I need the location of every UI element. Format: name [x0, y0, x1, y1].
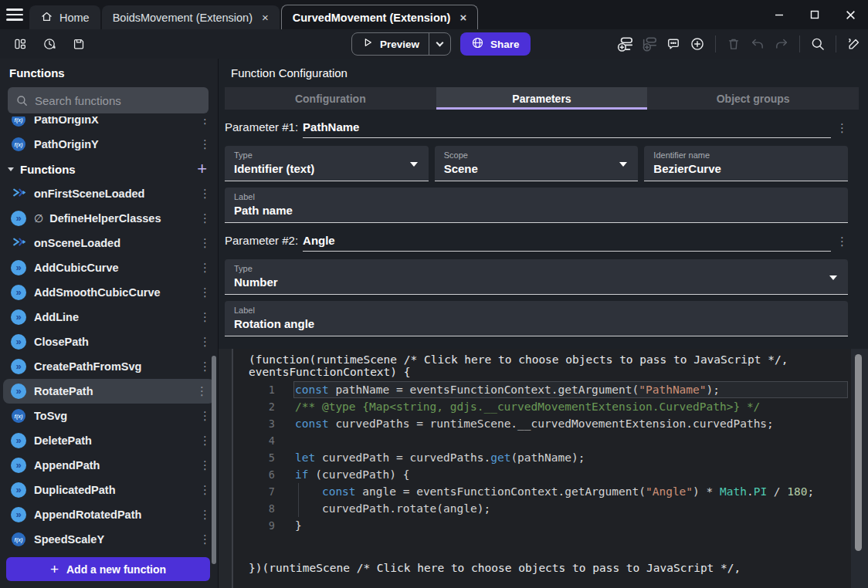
- code-line-8[interactable]: 8 curvedPath.rotate(angle);: [233, 500, 851, 517]
- function-item-createpathfromsvg[interactable]: »CreatePathFromSvg⋮: [0, 354, 218, 379]
- tab-curvedmovement[interactable]: CurvedMovement (Extension) ×: [281, 5, 478, 29]
- code-text: curvedPath.rotate(angle);: [275, 502, 490, 515]
- functions-section-header[interactable]: Functions+: [0, 157, 218, 181]
- preview-button[interactable]: Preview: [351, 32, 451, 56]
- code-footer-line1[interactable]: })(runtimeScene /* Click here to choose …: [249, 562, 851, 574]
- kebab-menu-icon[interactable]: ⋮: [199, 409, 210, 423]
- add-event-icon[interactable]: [616, 35, 635, 53]
- kebab-menu-icon[interactable]: ⋮: [196, 384, 207, 398]
- code-line-7[interactable]: 7 const angle = eventsFunctionContext.ge…: [233, 483, 851, 500]
- chevron-down-icon: [8, 167, 14, 171]
- close-icon[interactable]: ×: [262, 12, 269, 23]
- function-item-rotatepath[interactable]: »RotatePath⋮: [3, 379, 215, 404]
- code-header[interactable]: (function(runtimeScene /* Click here to …: [233, 349, 851, 381]
- code-line-4[interactable]: 4: [233, 432, 851, 449]
- close-window-icon[interactable]: [832, 0, 868, 29]
- tab-boidsmovement[interactable]: BoidsMovement (Extension) ×: [102, 5, 280, 29]
- code-line-2[interactable]: 2/** @type {Map<string, gdjs.__curvedMov…: [233, 398, 851, 415]
- kebab-menu-icon[interactable]: ⋮: [199, 310, 210, 324]
- kebab-menu-icon[interactable]: ⋮: [199, 286, 210, 299]
- maximize-icon[interactable]: [797, 0, 832, 29]
- section-label: Functions: [20, 163, 191, 176]
- kebab-menu-icon[interactable]: ⋮: [199, 236, 210, 250]
- search-input[interactable]: Search functions: [8, 87, 209, 113]
- comment-icon[interactable]: [664, 35, 683, 53]
- select-type[interactable]: TypeIdentifier (text): [225, 146, 429, 181]
- line-number: 2: [233, 400, 275, 413]
- code-line-1[interactable]: 1const pathName = eventsFunctionContext.…: [233, 381, 851, 398]
- share-button[interactable]: Share: [460, 32, 531, 56]
- function-name: RotatePath: [34, 385, 188, 397]
- function-item-appendrotatedpath[interactable]: »AppendRotatedPath⋮: [0, 502, 218, 527]
- add-function-button[interactable]: + Add a new function: [6, 557, 210, 581]
- input-label[interactable]: LabelRotation angle: [225, 301, 848, 336]
- kebab-menu-icon[interactable]: ⋮: [199, 360, 210, 373]
- field-label: Type: [234, 264, 839, 273]
- project-manager-icon[interactable]: [11, 35, 29, 53]
- kebab-menu-icon[interactable]: ⋮: [199, 137, 210, 151]
- function-item-addcubiccurve[interactable]: »AddCubicCurve⋮: [0, 255, 218, 280]
- history-icon[interactable]: [40, 35, 59, 53]
- kebab-menu-icon[interactable]: ⋮: [836, 235, 848, 248]
- select-scope[interactable]: ScopeScene: [435, 146, 639, 181]
- function-item-closepath[interactable]: »ClosePath⋮: [0, 329, 218, 354]
- minimize-icon[interactable]: [761, 0, 797, 29]
- kebab-menu-icon[interactable]: ⋮: [199, 117, 210, 127]
- lifecycle-icon: [12, 235, 26, 252]
- kebab-menu-icon[interactable]: ⋮: [199, 211, 210, 225]
- kebab-menu-icon[interactable]: ⋮: [199, 261, 210, 275]
- tab-label: Home: [59, 12, 90, 24]
- select-type[interactable]: TypeNumber: [225, 259, 848, 295]
- parameter-header: Parameter #2:Angle⋮: [225, 234, 848, 252]
- function-item-speedscaley[interactable]: f(x)SpeedScaleY⋮: [0, 527, 218, 551]
- function-item-pathoriginy[interactable]: f(x)PathOriginY⋮: [0, 132, 218, 157]
- tab-home[interactable]: Home: [29, 5, 100, 29]
- field-value: BezierCurve: [653, 162, 839, 175]
- code-line-6[interactable]: 6if (curvedPath) {: [233, 466, 851, 483]
- edit-icon[interactable]: [845, 35, 863, 53]
- line-number: 6: [233, 468, 275, 481]
- kebab-menu-icon[interactable]: ⋮: [199, 434, 210, 448]
- code-line-9[interactable]: 9}: [233, 517, 851, 534]
- function-item-tosvg[interactable]: f(x)ToSvg⋮: [0, 404, 218, 428]
- code-line-3[interactable]: 3const curvedPaths = runtimeScene.__curv…: [233, 415, 851, 432]
- tab-parameters[interactable]: Parameters: [436, 87, 648, 110]
- search-icon[interactable]: [809, 35, 827, 53]
- close-icon[interactable]: ×: [459, 12, 466, 23]
- kebab-menu-icon[interactable]: ⋮: [836, 121, 848, 135]
- function-item-onsceneloaded[interactable]: onSceneLoaded⋮: [0, 231, 218, 255]
- tab-configuration[interactable]: Configuration: [225, 87, 436, 110]
- parameter-name-input[interactable]: PathName: [303, 120, 831, 138]
- function-item-addline[interactable]: »AddLine⋮: [0, 305, 218, 329]
- function-item-addsmoothcubiccurve[interactable]: »AddSmoothCubicCurve⋮: [0, 280, 218, 305]
- kebab-menu-icon[interactable]: ⋮: [199, 532, 210, 546]
- editor-scrollbar[interactable]: [855, 354, 862, 551]
- function-item-onfirstsceneloaded[interactable]: onFirstSceneLoaded⋮: [0, 181, 218, 206]
- sidebar-scrollbar[interactable]: [212, 356, 216, 564]
- preview-dropdown-button[interactable]: [429, 43, 450, 46]
- function-name: CreatePathFromSvg: [34, 360, 192, 373]
- kebab-menu-icon[interactable]: ⋮: [199, 483, 210, 497]
- javascript-code-editor[interactable]: (function(runtimeScene /* Click here to …: [233, 349, 851, 588]
- function-item-definehelperclasses[interactable]: »∅DefineHelperClasses⋮: [0, 206, 218, 231]
- input-identifier-name[interactable]: Identifier nameBezierCurve: [644, 146, 848, 181]
- code-line-5[interactable]: 5let curvedPath = curvedPaths.get(pathNa…: [233, 449, 851, 466]
- function-item-pathoriginx[interactable]: f(x)PathOriginX⋮: [0, 117, 218, 132]
- kebab-menu-icon[interactable]: ⋮: [199, 335, 210, 349]
- kebab-menu-icon[interactable]: ⋮: [199, 458, 210, 472]
- add-circle-icon[interactable]: [688, 35, 707, 53]
- kebab-menu-icon[interactable]: ⋮: [199, 508, 210, 522]
- tab-object-groups[interactable]: Object groups: [647, 87, 859, 110]
- kebab-menu-icon[interactable]: ⋮: [199, 187, 210, 201]
- toolbar-center: Preview Share: [351, 32, 531, 56]
- hamburger-menu-icon[interactable]: [0, 0, 29, 29]
- function-item-duplicatedpath[interactable]: »DuplicatedPath⋮: [0, 478, 218, 502]
- add-icon[interactable]: +: [197, 161, 207, 177]
- function-action-icon: »: [11, 309, 26, 325]
- function-action-icon: »: [11, 433, 26, 448]
- input-label[interactable]: LabelPath name: [225, 188, 848, 223]
- function-item-deletepath[interactable]: »DeletePath⋮: [0, 428, 218, 453]
- save-icon[interactable]: [70, 35, 88, 53]
- function-item-appendpath[interactable]: »AppendPath⋮: [0, 453, 218, 478]
- parameter-name-input[interactable]: Angle: [303, 234, 831, 252]
